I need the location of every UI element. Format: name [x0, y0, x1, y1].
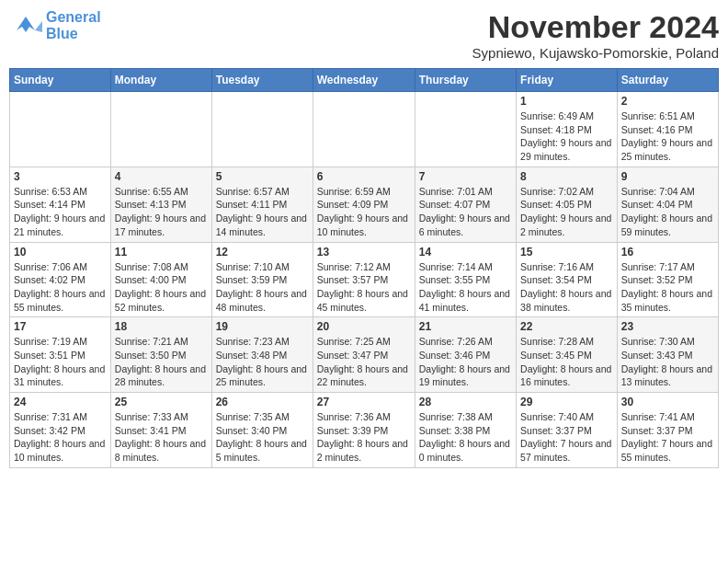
day-info: Sunrise: 7:36 AMSunset: 3:39 PMDaylight:… — [317, 410, 411, 465]
day-info: Sunrise: 7:31 AMSunset: 3:42 PMDaylight:… — [14, 410, 107, 465]
col-saturday: Saturday — [617, 69, 718, 92]
day-number: 4 — [115, 170, 208, 183]
day-number: 6 — [317, 170, 411, 183]
col-friday: Friday — [517, 69, 618, 92]
day-info: Sunrise: 7:38 AMSunset: 3:38 PMDaylight:… — [419, 410, 512, 465]
day-info: Sunrise: 7:23 AMSunset: 3:48 PMDaylight:… — [216, 335, 309, 389]
day-number: 28 — [419, 396, 512, 408]
day-info: Sunrise: 7:35 AMSunset: 3:40 PMDaylight:… — [216, 410, 309, 465]
logo-line2: Blue — [46, 26, 78, 41]
calendar: Sunday Monday Tuesday Wednesday Thursday… — [9, 68, 719, 468]
day-info: Sunrise: 7:41 AMSunset: 3:37 PMDaylight:… — [621, 410, 714, 465]
calendar-cell: 29Sunrise: 7:40 AMSunset: 3:37 PMDayligh… — [517, 393, 618, 468]
calendar-week-row: 17Sunrise: 7:19 AMSunset: 3:51 PMDayligh… — [10, 317, 719, 393]
location: Sypniewo, Kujawsko-Pomorskie, Poland — [472, 45, 719, 61]
day-info: Sunrise: 7:21 AMSunset: 3:50 PMDaylight:… — [115, 335, 208, 389]
calendar-cell: 28Sunrise: 7:38 AMSunset: 3:38 PMDayligh… — [415, 393, 516, 468]
day-number: 14 — [419, 246, 512, 259]
day-number: 22 — [520, 320, 613, 333]
logo: General Blue — [9, 9, 101, 41]
calendar-header-row: Sunday Monday Tuesday Wednesday Thursday… — [10, 69, 719, 92]
calendar-cell: 20Sunrise: 7:25 AMSunset: 3:47 PMDayligh… — [313, 317, 415, 393]
calendar-cell: 14Sunrise: 7:14 AMSunset: 3:55 PMDayligh… — [415, 242, 516, 317]
day-number: 9 — [621, 170, 714, 183]
day-number: 30 — [621, 396, 714, 408]
day-info: Sunrise: 7:04 AMSunset: 4:04 PMDaylight:… — [621, 185, 714, 239]
col-monday: Monday — [110, 69, 211, 92]
day-number: 13 — [317, 246, 411, 259]
calendar-cell: 10Sunrise: 7:06 AMSunset: 4:02 PMDayligh… — [10, 242, 111, 317]
day-info: Sunrise: 7:10 AMSunset: 3:59 PMDaylight:… — [216, 260, 309, 315]
day-info: Sunrise: 7:12 AMSunset: 3:57 PMDaylight:… — [317, 260, 411, 315]
day-number: 10 — [14, 246, 107, 259]
day-info: Sunrise: 6:57 AMSunset: 4:11 PMDaylight:… — [216, 185, 309, 239]
calendar-cell: 8Sunrise: 7:02 AMSunset: 4:05 PMDaylight… — [517, 167, 618, 242]
day-number: 17 — [14, 320, 107, 333]
calendar-cell: 6Sunrise: 6:59 AMSunset: 4:09 PMDaylight… — [313, 167, 415, 242]
day-info: Sunrise: 7:40 AMSunset: 3:37 PMDaylight:… — [520, 410, 613, 465]
logo-text: General Blue — [46, 9, 101, 41]
calendar-cell: 16Sunrise: 7:17 AMSunset: 3:52 PMDayligh… — [617, 242, 718, 317]
day-number: 5 — [216, 170, 309, 183]
day-info: Sunrise: 6:55 AMSunset: 4:13 PMDaylight:… — [115, 185, 208, 239]
calendar-cell — [10, 92, 111, 167]
day-number: 15 — [520, 246, 613, 259]
day-info: Sunrise: 7:14 AMSunset: 3:55 PMDaylight:… — [419, 260, 512, 315]
day-info: Sunrise: 6:49 AMSunset: 4:18 PMDaylight:… — [520, 109, 613, 164]
calendar-cell: 4Sunrise: 6:55 AMSunset: 4:13 PMDaylight… — [110, 167, 211, 242]
day-info: Sunrise: 6:59 AMSunset: 4:09 PMDaylight:… — [317, 185, 411, 239]
calendar-cell: 21Sunrise: 7:26 AMSunset: 3:46 PMDayligh… — [415, 317, 516, 393]
calendar-week-row: 3Sunrise: 6:53 AMSunset: 4:14 PMDaylight… — [10, 167, 719, 242]
calendar-cell: 17Sunrise: 7:19 AMSunset: 3:51 PMDayligh… — [10, 317, 111, 393]
calendar-cell: 1Sunrise: 6:49 AMSunset: 4:18 PMDaylight… — [517, 92, 618, 167]
calendar-cell — [211, 92, 313, 167]
calendar-cell: 22Sunrise: 7:28 AMSunset: 3:45 PMDayligh… — [517, 317, 618, 393]
day-number: 12 — [216, 246, 309, 259]
calendar-cell: 12Sunrise: 7:10 AMSunset: 3:59 PMDayligh… — [211, 242, 313, 317]
day-number: 3 — [14, 170, 107, 183]
calendar-cell: 19Sunrise: 7:23 AMSunset: 3:48 PMDayligh… — [211, 317, 313, 393]
calendar-cell: 27Sunrise: 7:36 AMSunset: 3:39 PMDayligh… — [313, 393, 415, 468]
col-tuesday: Tuesday — [211, 69, 313, 92]
day-info: Sunrise: 7:19 AMSunset: 3:51 PMDaylight:… — [14, 335, 107, 389]
calendar-cell — [110, 92, 211, 167]
day-number: 24 — [14, 396, 107, 408]
logo-line1: General — [46, 9, 101, 25]
day-number: 20 — [317, 320, 411, 333]
day-info: Sunrise: 7:01 AMSunset: 4:07 PMDaylight:… — [419, 185, 512, 239]
svg-marker-0 — [17, 17, 35, 32]
day-info: Sunrise: 7:08 AMSunset: 4:00 PMDaylight:… — [115, 260, 208, 315]
day-number: 1 — [520, 95, 613, 108]
calendar-cell: 3Sunrise: 6:53 AMSunset: 4:14 PMDaylight… — [10, 167, 111, 242]
col-sunday: Sunday — [10, 69, 111, 92]
calendar-cell: 2Sunrise: 6:51 AMSunset: 4:16 PMDaylight… — [617, 92, 718, 167]
calendar-cell: 5Sunrise: 6:57 AMSunset: 4:11 PMDaylight… — [211, 167, 313, 242]
svg-marker-1 — [35, 21, 42, 32]
logo-icon — [9, 12, 42, 40]
calendar-cell: 13Sunrise: 7:12 AMSunset: 3:57 PMDayligh… — [313, 242, 415, 317]
col-wednesday: Wednesday — [313, 69, 415, 92]
day-number: 25 — [115, 396, 208, 408]
day-number: 19 — [216, 320, 309, 333]
day-info: Sunrise: 7:30 AMSunset: 3:43 PMDaylight:… — [621, 335, 714, 389]
day-number: 26 — [216, 396, 309, 408]
calendar-cell — [313, 92, 415, 167]
day-number: 8 — [520, 170, 613, 183]
calendar-cell — [415, 92, 516, 167]
day-info: Sunrise: 7:28 AMSunset: 3:45 PMDaylight:… — [520, 335, 613, 389]
calendar-cell: 15Sunrise: 7:16 AMSunset: 3:54 PMDayligh… — [517, 242, 618, 317]
calendar-cell: 7Sunrise: 7:01 AMSunset: 4:07 PMDaylight… — [415, 167, 516, 242]
calendar-cell: 25Sunrise: 7:33 AMSunset: 3:41 PMDayligh… — [110, 393, 211, 468]
day-number: 21 — [419, 320, 512, 333]
calendar-cell: 11Sunrise: 7:08 AMSunset: 4:00 PMDayligh… — [110, 242, 211, 317]
day-info: Sunrise: 7:16 AMSunset: 3:54 PMDaylight:… — [520, 260, 613, 315]
calendar-cell: 23Sunrise: 7:30 AMSunset: 3:43 PMDayligh… — [617, 317, 718, 393]
day-number: 16 — [621, 246, 714, 259]
day-info: Sunrise: 7:25 AMSunset: 3:47 PMDaylight:… — [317, 335, 411, 389]
day-info: Sunrise: 7:02 AMSunset: 4:05 PMDaylight:… — [520, 185, 613, 239]
day-number: 29 — [520, 396, 613, 408]
calendar-cell: 18Sunrise: 7:21 AMSunset: 3:50 PMDayligh… — [110, 317, 211, 393]
calendar-week-row: 1Sunrise: 6:49 AMSunset: 4:18 PMDaylight… — [10, 92, 719, 167]
calendar-cell: 9Sunrise: 7:04 AMSunset: 4:04 PMDaylight… — [617, 167, 718, 242]
month-title: November 2024 — [472, 9, 719, 45]
